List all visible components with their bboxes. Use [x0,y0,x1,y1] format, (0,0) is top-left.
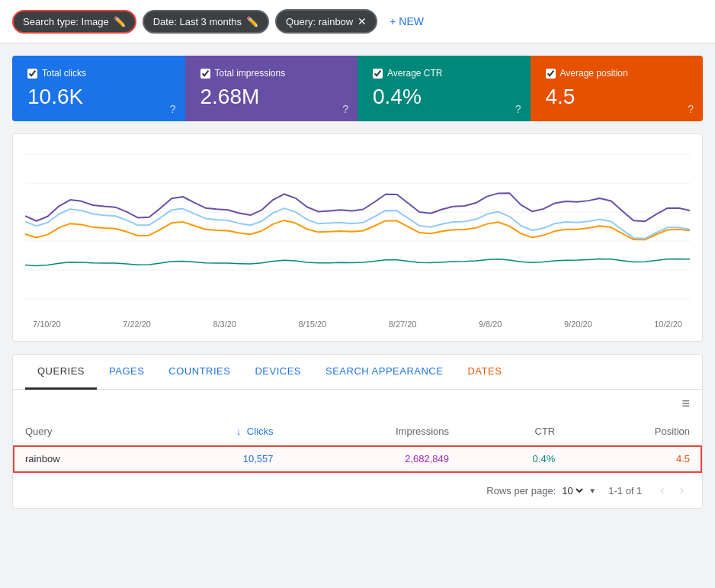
cell-position: 4.5 [567,445,702,473]
impressions-label: Total impressions [215,68,286,79]
chevron-down-icon: ▼ [588,487,596,495]
col-header-impressions[interactable]: Impressions [286,418,462,445]
filter-icon[interactable]: ≡ [681,396,690,412]
position-label: Average position [560,68,628,79]
tab-search-appearance[interactable]: SEARCH APPEARANCE [313,355,455,390]
cell-clicks: 10,557 [146,445,285,473]
table-section: QUERIES PAGES COUNTRIES DEVICES SEARCH A… [12,354,703,509]
col-header-ctr[interactable]: CTR [461,418,567,445]
metric-position[interactable]: Average position 4.5 ? [531,56,704,121]
col-header-query: Query [13,418,146,445]
tab-devices[interactable]: DEVICES [242,355,313,390]
line-chart [25,146,690,314]
rows-per-page: Rows per page: 10 25 50 ▼ [486,484,596,497]
position-help-icon[interactable]: ? [688,103,694,115]
ctr-checkbox[interactable] [373,69,383,79]
search-type-label: Search type: Image [23,16,109,27]
tab-queries[interactable]: QUERIES [25,355,97,390]
cell-query: rainbow [13,445,146,473]
search-type-filter[interactable]: Search type: Image ✏️ [12,10,136,34]
metrics-row: Total clicks 10.6K ? Total impressions 2… [12,56,703,121]
impressions-value: 2.68M [200,85,343,109]
col-header-clicks[interactable]: ↓ Clicks [146,418,285,445]
edit-icon: ✏️ [114,16,126,27]
results-table: Query ↓ Clicks Impressions CTR Position [13,418,702,473]
ctr-help-icon[interactable]: ? [515,103,521,115]
clicks-value: 10.6K [27,85,170,109]
next-page-button[interactable]: › [674,480,690,500]
tab-countries[interactable]: COUNTRIES [156,355,242,390]
rows-per-page-label: Rows per page: [486,485,556,496]
position-value: 4.5 [546,85,688,109]
ctr-value: 0.4% [373,85,515,109]
new-button[interactable]: + NEW [383,11,430,32]
metric-impressions[interactable]: Total impressions 2.68M ? [185,56,358,121]
pagination-row: Rows per page: 10 25 50 ▼ 1-1 of 1 ‹ › [13,473,702,508]
tabs-row: QUERIES PAGES COUNTRIES DEVICES SEARCH A… [13,355,702,390]
chart-section: 7/10/20 7/22/20 8/3/20 8/15/20 8/27/20 9… [12,133,703,342]
date-filter[interactable]: Date: Last 3 months ✏️ [143,10,269,34]
tab-pages[interactable]: PAGES [97,355,156,390]
page-info: 1-1 of 1 [608,485,642,496]
position-checkbox[interactable] [546,69,556,79]
clicks-checkbox[interactable] [27,69,37,79]
clicks-label: Total clicks [42,68,86,79]
metric-ctr[interactable]: Average CTR 0.4% ? [358,56,531,121]
table-toolbar: ≡ [13,390,702,418]
close-icon[interactable]: ✕ [358,15,367,27]
x-axis-labels: 7/10/20 7/22/20 8/3/20 8/15/20 8/27/20 9… [25,316,690,329]
col-header-position[interactable]: Position [567,418,702,445]
query-label: Query: rainbow [286,16,353,27]
edit-icon: ✏️ [246,16,258,27]
impressions-help-icon[interactable]: ? [342,103,348,115]
query-filter[interactable]: Query: rainbow ✕ [275,9,377,34]
top-bar: Search type: Image ✏️ Date: Last 3 month… [0,0,715,43]
metric-clicks[interactable]: Total clicks 10.6K ? [12,56,185,121]
clicks-help-icon[interactable]: ? [170,103,176,115]
sort-arrow-down: ↓ [236,426,242,437]
prev-page-button[interactable]: ‹ [654,480,670,500]
cell-impressions: 2,682,849 [286,445,462,473]
ctr-label: Average CTR [387,68,442,79]
date-label: Date: Last 3 months [153,16,242,27]
table-header-row: Query ↓ Clicks Impressions CTR Position [13,418,702,445]
tab-dates[interactable]: DATES [455,355,514,390]
cell-ctr: 0.4% [461,445,567,473]
impressions-checkbox[interactable] [200,69,210,79]
rows-per-page-select[interactable]: 10 25 50 [559,484,585,497]
table-row[interactable]: rainbow 10,557 2,682,849 0.4% 4.5 [13,445,702,473]
page-navigation: ‹ › [654,480,690,500]
